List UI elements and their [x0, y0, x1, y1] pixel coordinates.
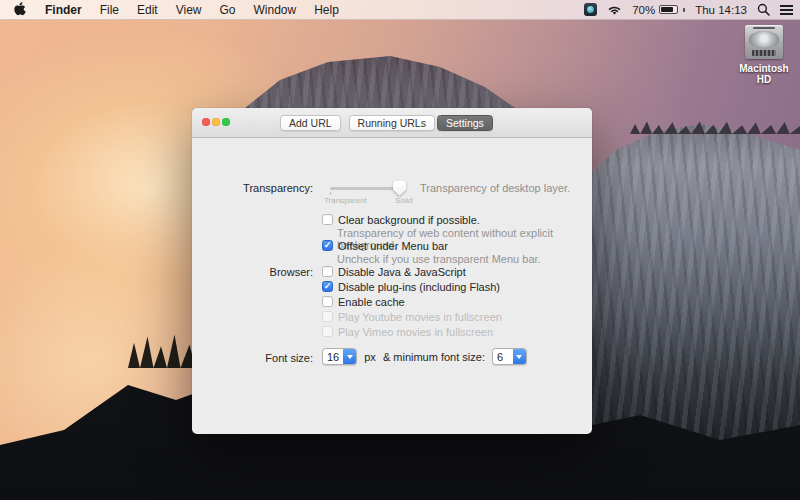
battery-icon: [659, 5, 678, 14]
font-size-popup[interactable]: 16: [322, 348, 357, 365]
menu-item-edit[interactable]: Edit: [128, 0, 167, 19]
minimize-button[interactable]: [212, 118, 220, 126]
min-font-size-value: 6: [493, 349, 513, 364]
checkbox-box[interactable]: [322, 214, 333, 225]
menu-item-finder[interactable]: Finder: [36, 0, 91, 19]
tab-running-urls[interactable]: Running URLs: [349, 115, 435, 131]
min-font-size-popup[interactable]: 6: [492, 348, 527, 365]
desktop-screen: Macintosh HD Finder File Edit View Go Wi…: [0, 0, 800, 500]
window-titlebar[interactable]: Add URL Running URLs Settings: [192, 108, 592, 138]
tab-settings[interactable]: Settings: [437, 115, 493, 131]
checkbox-label: Offset under Menu bar: [338, 240, 448, 252]
checkbox-offset-menubar[interactable]: ✓ Offset under Menu bar: [322, 239, 448, 252]
menu-item-file[interactable]: File: [91, 0, 128, 19]
volume-label: Macintosh HD: [736, 63, 792, 85]
spotlight-icon[interactable]: [757, 3, 770, 16]
settings-pane: Transparency: Transparent Solid Transpar…: [192, 138, 592, 434]
checkbox-box: [322, 326, 333, 337]
menu-bar-left: Finder File Edit View Go Window Help: [0, 0, 348, 19]
app-status-icon[interactable]: [584, 3, 597, 16]
checkbox-clear-background[interactable]: Clear background if possible.: [322, 213, 480, 226]
popup-arrows-icon: [513, 349, 526, 364]
checkbox-box[interactable]: [322, 296, 333, 307]
browser-group-label: Browser:: [192, 266, 313, 278]
wifi-icon[interactable]: [607, 4, 622, 15]
toolbar-tabs: Add URL Running URLs Settings: [280, 115, 493, 131]
checkbox-label: Clear background if possible.: [338, 214, 480, 226]
menu-item-view[interactable]: View: [167, 0, 211, 19]
checkbox-label: Disable plug-ins (including Flash): [338, 281, 500, 293]
close-button[interactable]: [202, 118, 210, 126]
transparency-label: Transparency:: [192, 182, 313, 194]
checkbox-label: Play Vimeo movies in fullscreen: [338, 326, 493, 338]
notification-center-icon[interactable]: [780, 5, 793, 15]
font-size-unit: px: [364, 351, 376, 363]
checkbox-disable-plugins[interactable]: ✓ Disable plug-ins (including Flash): [322, 280, 500, 293]
offset-menubar-subtext: Uncheck if you use transparent Menu bar.: [337, 253, 541, 265]
menu-bar-status-area: 70% Thu 14:13: [584, 0, 793, 19]
font-size-row: 16 px & minimum font size: 6: [322, 348, 527, 365]
apple-logo-icon: [13, 2, 26, 17]
checkbox-box[interactable]: ✓: [322, 240, 333, 251]
checkbox-box[interactable]: ✓: [322, 281, 333, 292]
checkbox-box[interactable]: [322, 266, 333, 277]
desktop-volume-macintosh-hd[interactable]: Macintosh HD: [736, 25, 792, 85]
transparency-description: Transparency of desktop layer.: [420, 182, 570, 194]
checkbox-label: Disable Java & JavaScript: [338, 266, 466, 278]
battery-nub: [683, 8, 685, 12]
menu-item-window[interactable]: Window: [245, 0, 306, 19]
transparency-slider[interactable]: [330, 187, 406, 190]
menu-item-go[interactable]: Go: [211, 0, 245, 19]
font-size-value: 16: [323, 349, 343, 364]
slider-thumb[interactable]: [393, 181, 406, 196]
menu-bar: Finder File Edit View Go Window Help 70%: [0, 0, 800, 20]
hard-drive-icon: [745, 25, 783, 59]
menu-bar-clock[interactable]: Thu 14:13: [695, 4, 747, 16]
slider-min-label: Transparent: [324, 196, 367, 205]
apple-menu[interactable]: [11, 0, 36, 19]
checkbox-label: Enable cache: [338, 296, 405, 308]
checkbox-youtube-fullscreen: Play Youtube movies in fullscreen: [322, 310, 502, 323]
checkbox-vimeo-fullscreen: Play Vimeo movies in fullscreen: [322, 325, 493, 338]
tab-add-url[interactable]: Add URL: [280, 115, 341, 131]
checkbox-enable-cache[interactable]: Enable cache: [322, 295, 405, 308]
battery-percent-label: 70%: [632, 4, 655, 16]
settings-window: Add URL Running URLs Settings Transparen…: [192, 108, 592, 434]
min-font-size-label: & minimum font size:: [383, 351, 485, 363]
zoom-button[interactable]: [222, 118, 230, 126]
slider-max-label: Solid: [395, 196, 413, 205]
battery-menu-extra[interactable]: 70%: [632, 4, 685, 16]
slider-tick: [330, 192, 331, 195]
checkbox-disable-java[interactable]: Disable Java & JavaScript: [322, 265, 466, 278]
popup-arrows-icon: [343, 349, 356, 364]
font-size-label: Font size:: [192, 352, 313, 364]
checkbox-box: [322, 311, 333, 322]
checkbox-label: Play Youtube movies in fullscreen: [338, 311, 502, 323]
menu-item-help[interactable]: Help: [305, 0, 348, 19]
